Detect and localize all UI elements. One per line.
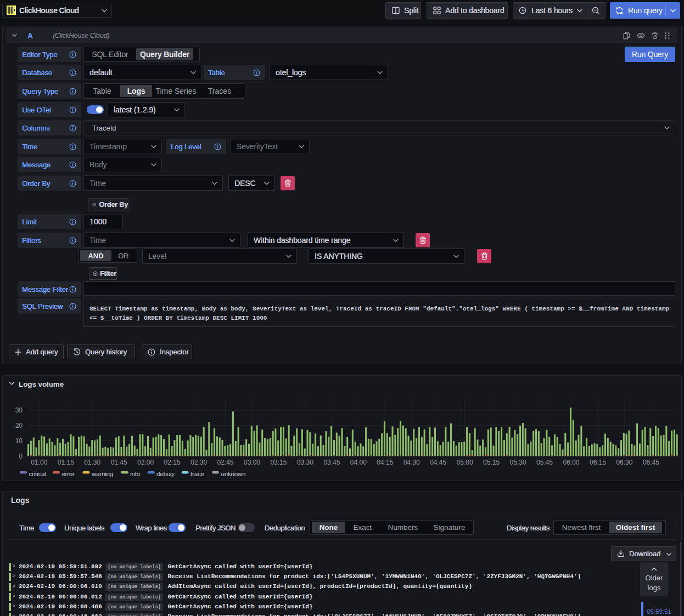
svg-text:0: 0 <box>19 453 23 460</box>
svg-text:02:30: 02:30 <box>190 459 207 466</box>
svg-text:trace: trace <box>190 471 204 477</box>
svg-text:01:00: 01:00 <box>31 459 47 466</box>
svg-text:10: 10 <box>15 437 23 445</box>
svg-text:02:15: 02:15 <box>164 459 181 466</box>
svg-text:01:15: 01:15 <box>58 459 74 466</box>
svg-text:06:15: 06:15 <box>590 459 606 466</box>
svg-text:05:15: 05:15 <box>483 459 500 466</box>
svg-text:03:45: 03:45 <box>323 459 340 466</box>
svg-text:critical: critical <box>29 471 46 477</box>
svg-text:03:30: 03:30 <box>297 459 313 466</box>
svg-text:02:45: 02:45 <box>217 459 233 466</box>
svg-text:04:15: 04:15 <box>377 459 393 466</box>
svg-text:05:00: 05:00 <box>457 459 473 466</box>
svg-text:03:15: 03:15 <box>270 459 287 466</box>
svg-text:error: error <box>61 471 75 477</box>
svg-text:06:45: 06:45 <box>643 459 659 466</box>
svg-text:20: 20 <box>15 422 23 429</box>
svg-text:05:45: 05:45 <box>536 459 553 466</box>
svg-text:debug: debug <box>156 471 173 477</box>
svg-text:04:00: 04:00 <box>350 459 367 466</box>
svg-text:01:30: 01:30 <box>84 459 100 466</box>
svg-text:warning: warning <box>91 471 113 477</box>
svg-text:02:00: 02:00 <box>137 459 154 466</box>
svg-text:30: 30 <box>15 406 23 414</box>
svg-text:06:00: 06:00 <box>563 459 579 466</box>
svg-text:05:30: 05:30 <box>510 459 526 466</box>
svg-text:01:45: 01:45 <box>111 459 127 466</box>
svg-text:unknown: unknown <box>221 471 246 477</box>
svg-text:04:30: 04:30 <box>403 459 420 466</box>
svg-text:info: info <box>130 471 140 477</box>
svg-text:04:45: 04:45 <box>430 459 446 466</box>
svg-text:06:30: 06:30 <box>616 459 632 466</box>
svg-text:03:00: 03:00 <box>244 459 260 466</box>
